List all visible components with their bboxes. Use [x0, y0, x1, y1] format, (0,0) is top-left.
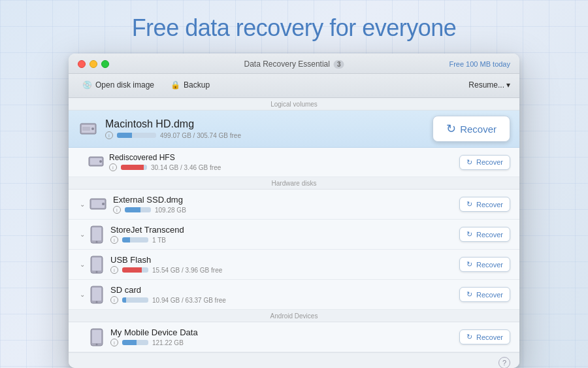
svg-point-9	[102, 203, 105, 205]
device-name-usb: USB Flash	[110, 255, 459, 265]
size-text-macintosh-hd: 499.07 GB / 305.74 GB free	[160, 132, 241, 139]
device-info-mobile: My Mobile Device Data i 121.22 GB	[110, 327, 459, 346]
recover-icon: ↻	[446, 122, 456, 136]
close-button[interactable]	[78, 60, 86, 68]
device-details-rediscovered-hfs: i 30.14 GB / 3.46 GB free	[109, 163, 459, 171]
hdd-icon	[78, 118, 99, 139]
minimize-button[interactable]	[90, 60, 97, 68]
device-name-ssd: External SSD.dmg	[113, 195, 459, 205]
toolbar-left: 💿 Open disk image 🔒 Backup	[78, 78, 214, 92]
info-icon-3: i	[113, 206, 121, 214]
device-row-sd-card[interactable]: ⌄ SD card i 10.94 GB / 63.37 GB free	[69, 280, 519, 310]
device-info-sd: SD card i 10.94 GB / 63.37 GB free	[110, 285, 459, 304]
help-button[interactable]: ?	[498, 357, 510, 368]
phone-icon	[90, 226, 104, 243]
recover-icon-5: ↻	[466, 260, 472, 269]
chevron-icon-ssd: ⌄	[78, 200, 87, 209]
device-name-mobile: My Mobile Device Data	[110, 327, 459, 337]
open-disk-image-button[interactable]: 💿 Open disk image	[78, 78, 158, 92]
usb-icon	[90, 256, 104, 273]
size-text-sd: 10.94 GB / 63.37 GB free	[152, 297, 226, 304]
svg-point-15	[96, 271, 98, 273]
recover-icon-3: ↻	[466, 200, 472, 209]
sd-icon	[90, 286, 104, 303]
device-details-sd: i 10.94 GB / 63.37 GB free	[110, 296, 459, 304]
device-row-macintosh-hd[interactable]: Macintosh HD.dmg i 499.07 GB / 305.74 GB…	[69, 110, 519, 148]
capacity-bar-usb	[122, 267, 148, 273]
device-name-storejet: StoreJet Transcend	[110, 225, 459, 235]
title-center: Data Recovery Essential 3	[244, 59, 344, 69]
disk-icon: 💿	[82, 80, 92, 90]
chevron-icon-usb: ⌄	[78, 260, 87, 269]
device-info-ssd: External SSD.dmg i 109.28 GB	[113, 195, 459, 214]
app-window: Data Recovery Essential 3 Free 100 MB to…	[69, 54, 519, 368]
window-badge: 3	[334, 60, 344, 69]
device-details-usb: i 15.54 GB / 3.96 GB free	[110, 266, 459, 274]
recover-icon-2: ↻	[466, 158, 472, 167]
info-icon-5: i	[110, 266, 118, 274]
info-icon-2: i	[109, 163, 117, 171]
recover-button-ssd[interactable]: ↻ Recover	[459, 197, 510, 212]
hero-title: Free data recovery for everyone	[132, 14, 457, 42]
capacity-bar-macintosh-hd	[117, 133, 156, 138]
device-list: Logical volumes Macintosh HD.dmg i	[69, 98, 519, 352]
recover-button-sd[interactable]: ↻ Recover	[459, 287, 510, 302]
size-text-rediscovered-hfs: 30.14 GB / 3.46 GB free	[151, 164, 221, 171]
info-icon-6: i	[110, 296, 118, 304]
svg-rect-3	[82, 127, 90, 131]
chevron-icon-sd: ⌄	[78, 290, 87, 299]
svg-rect-17	[92, 288, 101, 301]
window-footer: ?	[69, 352, 519, 368]
free-label: Free 100 MB today	[449, 60, 510, 68]
svg-point-21	[96, 343, 98, 345]
recover-button-rediscovered-hfs[interactable]: ↻ Recover	[459, 155, 510, 170]
recover-button-mobile[interactable]: ↻ Recover	[459, 329, 510, 344]
recover-icon-4: ↻	[466, 230, 472, 239]
svg-rect-20	[92, 330, 101, 343]
ssd-icon	[90, 196, 106, 213]
maximize-button[interactable]	[101, 60, 109, 68]
recover-button-usb[interactable]: ↻ Recover	[459, 257, 510, 272]
info-icon-4: i	[110, 236, 118, 244]
svg-point-12	[96, 241, 98, 243]
traffic-lights	[78, 60, 109, 68]
backup-button[interactable]: 🔒 Backup	[166, 78, 214, 92]
section-logical-volumes: Logical volumes	[69, 98, 519, 110]
device-row-mobile[interactable]: My Mobile Device Data i 121.22 GB ↻ Reco…	[69, 322, 519, 352]
device-name-rediscovered-hfs: Rediscovered HFS	[109, 153, 459, 162]
device-row-rediscovered-hfs[interactable]: Rediscovered HFS i 30.14 GB / 3.46 GB fr…	[69, 148, 519, 177]
svg-point-2	[91, 127, 94, 130]
size-text-ssd: 109.28 GB	[155, 207, 186, 214]
svg-point-6	[99, 160, 102, 163]
recover-icon-7: ↻	[466, 333, 472, 341]
window-title: Data Recovery Essential	[244, 59, 330, 69]
recover-button-macintosh-hd[interactable]: ↻ Recover	[433, 116, 510, 142]
mobile-icon	[90, 329, 104, 346]
recover-button-storejet[interactable]: ↻ Recover	[459, 227, 510, 242]
device-details-macintosh-hd: i 499.07 GB / 305.74 GB free	[105, 131, 433, 139]
size-text-storejet: 1 TB	[152, 237, 166, 244]
device-name-macintosh-hd: Macintosh HD.dmg	[105, 118, 433, 130]
device-row-usb-flash[interactable]: ⌄ USB Flash i 15.54 GB / 3.96 GB free	[69, 250, 519, 280]
title-bar: Data Recovery Essential 3 Free 100 MB to…	[69, 54, 519, 74]
capacity-bar-ssd	[125, 207, 151, 212]
device-info-usb: USB Flash i 15.54 GB / 3.96 GB free	[110, 255, 459, 274]
capacity-bar-rediscovered-hfs	[121, 165, 147, 170]
device-row-external-ssd[interactable]: ⌄ External SSD.dmg i 109.28 GB	[69, 190, 519, 220]
device-details-storejet: i 1 TB	[110, 236, 459, 244]
chevron-icon-storejet: ⌄	[78, 230, 87, 239]
capacity-bar-mobile	[122, 340, 148, 345]
svg-rect-11	[92, 227, 101, 241]
recover-icon-6: ↻	[466, 290, 472, 299]
svg-rect-14	[92, 258, 101, 271]
resume-button[interactable]: Resume... ▾	[468, 80, 510, 90]
size-text-usb: 15.54 GB / 3.96 GB free	[152, 267, 222, 274]
device-row-storejet[interactable]: ⌄ StoreJet Transcend i 1 TB	[69, 220, 519, 250]
device-name-sd: SD card	[110, 285, 459, 295]
info-icon-7: i	[110, 339, 118, 346]
device-info-storejet: StoreJet Transcend i 1 TB	[110, 225, 459, 244]
info-icon: i	[105, 131, 113, 139]
size-text-mobile: 121.22 GB	[152, 339, 184, 346]
device-details-mobile: i 121.22 GB	[110, 339, 459, 346]
capacity-bar-sd	[122, 297, 148, 303]
